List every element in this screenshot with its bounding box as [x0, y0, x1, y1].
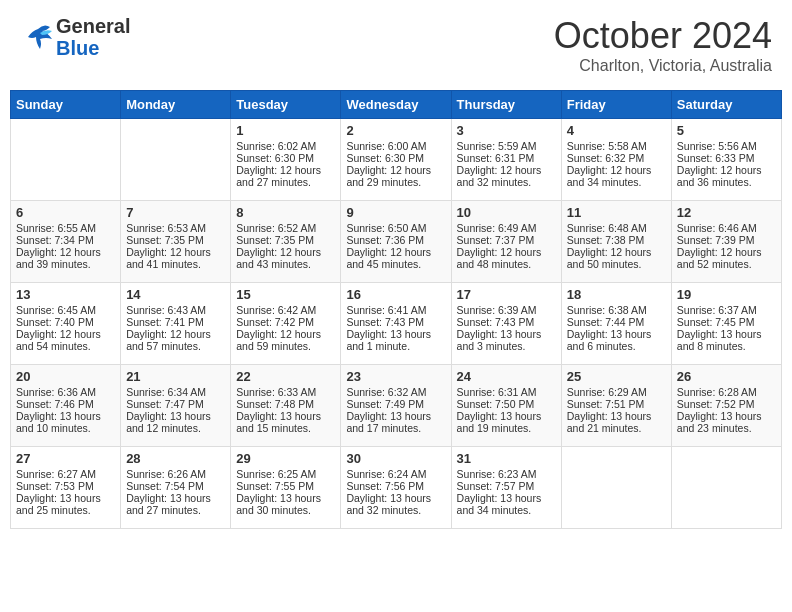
page-header: General Blue October 2024 Charlton, Vict… — [10, 10, 782, 80]
sunrise-text: Sunrise: 6:26 AM — [126, 468, 225, 480]
sunset-text: Sunset: 7:45 PM — [677, 316, 776, 328]
calendar-week-4: 20Sunrise: 6:36 AMSunset: 7:46 PMDayligh… — [11, 365, 782, 447]
calendar-cell: 5Sunrise: 5:56 AMSunset: 6:33 PMDaylight… — [671, 119, 781, 201]
day-number: 16 — [346, 287, 445, 302]
daylight-text: Daylight: 12 hours and 27 minutes. — [236, 164, 335, 188]
calendar-cell — [561, 447, 671, 529]
calendar-cell: 15Sunrise: 6:42 AMSunset: 7:42 PMDayligh… — [231, 283, 341, 365]
daylight-text: Daylight: 12 hours and 54 minutes. — [16, 328, 115, 352]
sunrise-text: Sunrise: 6:29 AM — [567, 386, 666, 398]
daylight-text: Daylight: 13 hours and 30 minutes. — [236, 492, 335, 516]
day-number: 24 — [457, 369, 556, 384]
calendar-cell: 30Sunrise: 6:24 AMSunset: 7:56 PMDayligh… — [341, 447, 451, 529]
sunset-text: Sunset: 6:32 PM — [567, 152, 666, 164]
calendar-cell: 14Sunrise: 6:43 AMSunset: 7:41 PMDayligh… — [121, 283, 231, 365]
day-number: 1 — [236, 123, 335, 138]
sunset-text: Sunset: 7:55 PM — [236, 480, 335, 492]
sunrise-text: Sunrise: 6:50 AM — [346, 222, 445, 234]
sunset-text: Sunset: 7:35 PM — [236, 234, 335, 246]
calendar-cell: 7Sunrise: 6:53 AMSunset: 7:35 PMDaylight… — [121, 201, 231, 283]
calendar-header-row: SundayMondayTuesdayWednesdayThursdayFrid… — [11, 91, 782, 119]
day-number: 5 — [677, 123, 776, 138]
calendar-week-2: 6Sunrise: 6:55 AMSunset: 7:34 PMDaylight… — [11, 201, 782, 283]
day-number: 2 — [346, 123, 445, 138]
day-number: 11 — [567, 205, 666, 220]
calendar-cell: 6Sunrise: 6:55 AMSunset: 7:34 PMDaylight… — [11, 201, 121, 283]
sunrise-text: Sunrise: 6:37 AM — [677, 304, 776, 316]
daylight-text: Daylight: 13 hours and 23 minutes. — [677, 410, 776, 434]
sunset-text: Sunset: 7:46 PM — [16, 398, 115, 410]
calendar-cell: 2Sunrise: 6:00 AMSunset: 6:30 PMDaylight… — [341, 119, 451, 201]
sunset-text: Sunset: 7:52 PM — [677, 398, 776, 410]
sunrise-text: Sunrise: 5:58 AM — [567, 140, 666, 152]
daylight-text: Daylight: 13 hours and 8 minutes. — [677, 328, 776, 352]
sunrise-text: Sunrise: 6:49 AM — [457, 222, 556, 234]
day-number: 6 — [16, 205, 115, 220]
calendar-cell: 17Sunrise: 6:39 AMSunset: 7:43 PMDayligh… — [451, 283, 561, 365]
daylight-text: Daylight: 13 hours and 17 minutes. — [346, 410, 445, 434]
sunset-text: Sunset: 7:41 PM — [126, 316, 225, 328]
day-number: 15 — [236, 287, 335, 302]
sunrise-text: Sunrise: 5:56 AM — [677, 140, 776, 152]
day-number: 23 — [346, 369, 445, 384]
day-number: 25 — [567, 369, 666, 384]
calendar-cell: 9Sunrise: 6:50 AMSunset: 7:36 PMDaylight… — [341, 201, 451, 283]
sunrise-text: Sunrise: 6:28 AM — [677, 386, 776, 398]
day-number: 30 — [346, 451, 445, 466]
calendar-cell: 10Sunrise: 6:49 AMSunset: 7:37 PMDayligh… — [451, 201, 561, 283]
day-header-thursday: Thursday — [451, 91, 561, 119]
calendar-cell: 24Sunrise: 6:31 AMSunset: 7:50 PMDayligh… — [451, 365, 561, 447]
day-number: 8 — [236, 205, 335, 220]
calendar-cell: 13Sunrise: 6:45 AMSunset: 7:40 PMDayligh… — [11, 283, 121, 365]
calendar-cell: 21Sunrise: 6:34 AMSunset: 7:47 PMDayligh… — [121, 365, 231, 447]
sunrise-text: Sunrise: 6:45 AM — [16, 304, 115, 316]
calendar-cell — [671, 447, 781, 529]
day-number: 20 — [16, 369, 115, 384]
sunset-text: Sunset: 7:56 PM — [346, 480, 445, 492]
sunset-text: Sunset: 7:57 PM — [457, 480, 556, 492]
sunrise-text: Sunrise: 6:34 AM — [126, 386, 225, 398]
day-number: 31 — [457, 451, 556, 466]
day-number: 28 — [126, 451, 225, 466]
sunset-text: Sunset: 7:37 PM — [457, 234, 556, 246]
sunset-text: Sunset: 7:42 PM — [236, 316, 335, 328]
sunset-text: Sunset: 7:51 PM — [567, 398, 666, 410]
sunrise-text: Sunrise: 6:32 AM — [346, 386, 445, 398]
calendar-cell: 29Sunrise: 6:25 AMSunset: 7:55 PMDayligh… — [231, 447, 341, 529]
daylight-text: Daylight: 13 hours and 27 minutes. — [126, 492, 225, 516]
daylight-text: Daylight: 13 hours and 32 minutes. — [346, 492, 445, 516]
daylight-text: Daylight: 13 hours and 21 minutes. — [567, 410, 666, 434]
daylight-text: Daylight: 12 hours and 59 minutes. — [236, 328, 335, 352]
sunset-text: Sunset: 6:33 PM — [677, 152, 776, 164]
calendar-cell: 22Sunrise: 6:33 AMSunset: 7:48 PMDayligh… — [231, 365, 341, 447]
daylight-text: Daylight: 12 hours and 43 minutes. — [236, 246, 335, 270]
day-header-wednesday: Wednesday — [341, 91, 451, 119]
day-number: 26 — [677, 369, 776, 384]
sunrise-text: Sunrise: 6:36 AM — [16, 386, 115, 398]
daylight-text: Daylight: 12 hours and 39 minutes. — [16, 246, 115, 270]
sunset-text: Sunset: 7:38 PM — [567, 234, 666, 246]
calendar-cell: 25Sunrise: 6:29 AMSunset: 7:51 PMDayligh… — [561, 365, 671, 447]
sunset-text: Sunset: 7:44 PM — [567, 316, 666, 328]
sunset-text: Sunset: 7:48 PM — [236, 398, 335, 410]
calendar-cell — [121, 119, 231, 201]
daylight-text: Daylight: 13 hours and 3 minutes. — [457, 328, 556, 352]
day-number: 19 — [677, 287, 776, 302]
location: Charlton, Victoria, Australia — [554, 57, 772, 75]
calendar-cell: 8Sunrise: 6:52 AMSunset: 7:35 PMDaylight… — [231, 201, 341, 283]
calendar-cell: 20Sunrise: 6:36 AMSunset: 7:46 PMDayligh… — [11, 365, 121, 447]
calendar-cell: 26Sunrise: 6:28 AMSunset: 7:52 PMDayligh… — [671, 365, 781, 447]
sunrise-text: Sunrise: 6:46 AM — [677, 222, 776, 234]
sunset-text: Sunset: 7:43 PM — [346, 316, 445, 328]
day-number: 17 — [457, 287, 556, 302]
sunrise-text: Sunrise: 6:38 AM — [567, 304, 666, 316]
daylight-text: Daylight: 12 hours and 50 minutes. — [567, 246, 666, 270]
daylight-text: Daylight: 12 hours and 29 minutes. — [346, 164, 445, 188]
sunset-text: Sunset: 6:30 PM — [236, 152, 335, 164]
daylight-text: Daylight: 12 hours and 57 minutes. — [126, 328, 225, 352]
daylight-text: Daylight: 13 hours and 6 minutes. — [567, 328, 666, 352]
logo-blue: Blue — [56, 37, 99, 59]
logo-general: General — [56, 15, 130, 37]
sunset-text: Sunset: 6:30 PM — [346, 152, 445, 164]
daylight-text: Daylight: 12 hours and 45 minutes. — [346, 246, 445, 270]
